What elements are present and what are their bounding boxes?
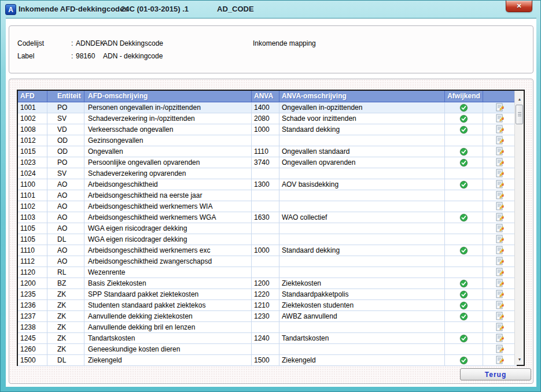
entiteit-cell: AO xyxy=(47,212,84,223)
edit-row-icon[interactable] xyxy=(496,202,504,211)
edit-row-icon[interactable] xyxy=(496,279,504,288)
anva-cell: 1220 xyxy=(252,289,279,300)
edit-cell[interactable] xyxy=(483,245,517,256)
afwijkend-check-icon xyxy=(459,279,468,288)
edit-row-icon[interactable] xyxy=(496,114,504,123)
edit-cell[interactable] xyxy=(483,190,517,201)
entiteit-cell: ZK xyxy=(47,289,84,300)
edit-row-icon[interactable] xyxy=(496,213,504,222)
table-row[interactable]: 1112AOArbeidsongeschiktheid zwangerschap… xyxy=(18,256,524,267)
table-row[interactable]: 1236ZKStudenten standaard pakket ziektek… xyxy=(18,300,524,311)
edit-row-icon[interactable] xyxy=(496,169,504,178)
edit-row-icon[interactable] xyxy=(496,147,504,156)
table-row[interactable]: 1105DLWGA eigen risicodrager dekking xyxy=(18,234,524,245)
edit-cell[interactable] xyxy=(483,223,517,234)
edit-row-icon[interactable] xyxy=(496,356,504,365)
edit-row-icon[interactable] xyxy=(496,345,504,354)
table-row[interactable]: 1120RLWezenrente xyxy=(18,267,524,278)
table-row[interactable]: 1100AOArbeidsongeschiktheid1300AOV basis… xyxy=(18,179,524,190)
edit-cell[interactable] xyxy=(483,113,517,124)
edit-cell[interactable] xyxy=(483,300,517,311)
edit-row-icon[interactable] xyxy=(496,301,504,310)
edit-cell[interactable] xyxy=(483,179,517,190)
window-title-code: AD_CODE xyxy=(217,5,254,13)
afd-cell: 1008 xyxy=(18,124,47,135)
edit-row-icon[interactable] xyxy=(496,257,504,266)
afwijkend-cell xyxy=(445,212,483,223)
afd-cell: 1105 xyxy=(18,234,47,245)
codelijst-value: ADNDEK xyxy=(76,39,105,47)
close-button[interactable]: ✕ xyxy=(506,1,532,12)
anva-omschrijving-cell xyxy=(279,256,445,267)
scroll-down-button[interactable]: ▼ xyxy=(515,354,524,364)
edit-cell[interactable] xyxy=(483,168,517,179)
edit-row-icon[interactable] xyxy=(496,191,504,200)
table-row[interactable]: 1103AOArbeidsongeschiktheid werknemers W… xyxy=(18,212,524,223)
edit-cell[interactable] xyxy=(483,135,517,146)
table-row[interactable]: 1110AOArbeidsongeschiktheid werknemers e… xyxy=(18,245,524,256)
anva-cell xyxy=(252,256,279,267)
table-row[interactable]: 1235ZKSPP Standaard pakket ziektekosten1… xyxy=(18,289,524,300)
afd-omschrijving-cell: Arbeidsongeschiktheid werknemers exc xyxy=(84,245,252,256)
edit-cell[interactable] xyxy=(483,256,517,267)
entiteit-cell: RL xyxy=(47,267,84,278)
edit-row-icon[interactable] xyxy=(496,290,504,299)
edit-row-icon[interactable] xyxy=(496,180,504,189)
edit-row-icon[interactable] xyxy=(496,268,504,277)
afd-cell: 1110 xyxy=(18,245,47,256)
anva-cell: 1240 xyxy=(252,333,279,344)
table-row[interactable]: 1237ZKAanvullende dekking ziektekosten12… xyxy=(18,311,524,322)
edit-cell[interactable] xyxy=(483,278,517,289)
edit-cell[interactable] xyxy=(483,201,517,212)
edit-row-icon[interactable] xyxy=(496,334,504,343)
edit-row-icon[interactable] xyxy=(496,158,504,167)
edit-cell[interactable] xyxy=(483,355,517,366)
edit-cell[interactable] xyxy=(483,157,517,168)
table-row[interactable]: 1500DLZiekengeld1500Ziekengeld xyxy=(18,355,524,366)
anva-cell xyxy=(252,201,279,212)
anva-omschrijving-cell xyxy=(279,168,445,179)
table-row[interactable]: 1002SVSchadeverzekering in-/opzittenden2… xyxy=(18,113,524,124)
edit-row-icon[interactable] xyxy=(496,103,504,112)
table-row[interactable]: 1024SVSchadeverzekering opvarenden xyxy=(18,168,524,179)
edit-cell[interactable] xyxy=(483,344,517,355)
afd-cell: 1024 xyxy=(18,168,47,179)
table-row[interactable]: 1015ODOngevallen1110Ongevallen standaard xyxy=(18,146,524,157)
edit-cell[interactable] xyxy=(483,289,517,300)
table-row[interactable]: 1012ODGezinsongevallen xyxy=(18,135,524,146)
edit-cell[interactable] xyxy=(483,146,517,157)
vertical-scrollbar[interactable]: ▲ ▼ xyxy=(514,91,524,365)
table-row[interactable]: 1102AOArbeidsongeschiktheid werknemers W… xyxy=(18,201,524,212)
table-row[interactable]: 1023POPersoonlijke ongevallen opvarenden… xyxy=(18,157,524,168)
anva-omschrijving-cell: Schade voor inzittenden xyxy=(279,113,445,124)
scroll-up-button[interactable]: ▲ xyxy=(515,94,524,103)
table-row[interactable]: 1245ZKTandartskosten1240Tandartskosten xyxy=(18,333,524,344)
edit-row-icon[interactable] xyxy=(496,246,504,255)
entiteit-cell: SV xyxy=(47,168,84,179)
edit-cell[interactable] xyxy=(483,311,517,322)
table-row[interactable]: 1238ZKAanvullende dekking bril en lenzen xyxy=(18,322,524,333)
table-row[interactable]: 1105AOWGA eigen risicodrager dekking xyxy=(18,223,524,234)
afwijkend-cell xyxy=(445,245,483,256)
table-row[interactable]: 1008VDVerkeersschade ongevallen1000Stand… xyxy=(18,124,524,135)
table-row[interactable]: 1001POPersonen ongevallen in-/opzittende… xyxy=(18,102,524,113)
edit-row-icon[interactable] xyxy=(496,312,504,321)
table-row[interactable]: 1101AOArbeidsongeschiktheid na eerste ja… xyxy=(18,190,524,201)
edit-row-icon[interactable] xyxy=(496,224,504,233)
edit-cell[interactable] xyxy=(483,124,517,135)
table-row[interactable]: 1200BZBasis Ziektekosten1200Ziektekosten xyxy=(18,278,524,289)
edit-cell[interactable] xyxy=(483,102,517,113)
edit-row-icon[interactable] xyxy=(496,125,504,134)
edit-cell[interactable] xyxy=(483,234,517,245)
edit-row-icon[interactable] xyxy=(496,235,504,244)
table-row[interactable]: 1260ZKGeneeskundige kosten dieren xyxy=(18,344,524,355)
edit-cell[interactable] xyxy=(483,322,517,333)
afd-omschrijving-cell: WGA eigen risicodrager dekking xyxy=(84,223,252,234)
scrollbar-thumb[interactable] xyxy=(516,105,523,124)
edit-cell[interactable] xyxy=(483,267,517,278)
edit-row-icon[interactable] xyxy=(496,323,504,332)
terug-button[interactable]: Terug xyxy=(460,368,531,380)
edit-cell[interactable] xyxy=(483,212,517,223)
edit-row-icon[interactable] xyxy=(496,136,504,145)
edit-cell[interactable] xyxy=(483,333,517,344)
